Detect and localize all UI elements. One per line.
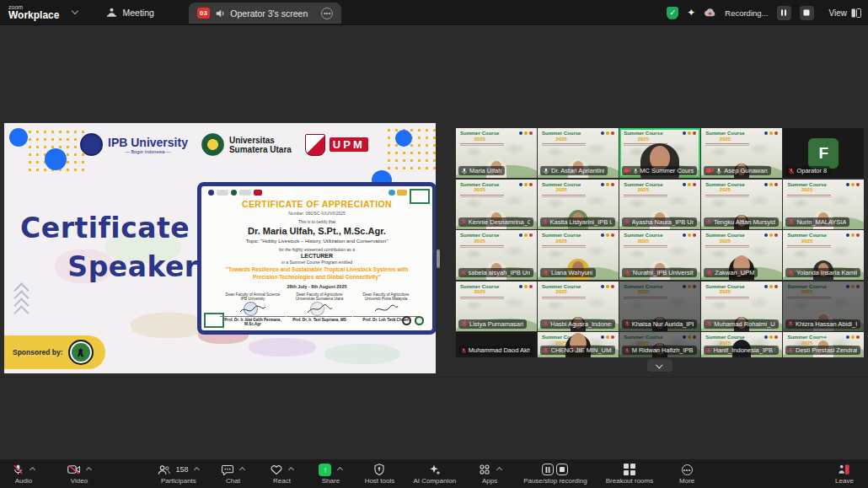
participant-name: Zakwan_UPM [715, 269, 754, 276]
panel-divider-handle[interactable] [437, 249, 440, 268]
participant-tile[interactable]: Summer Course 2025 Tengku Alfian Mursyid… [701, 180, 782, 229]
participant-tile[interactable]: Summer Course 2025 MC Summer Course ... [619, 128, 700, 178]
participant-name: Listya Purnamasari [469, 320, 523, 328]
participants-count: 158 [175, 465, 188, 474]
chat-button[interactable]: Chat [217, 459, 248, 488]
participant-name-label: Desti Prestasi Zendrato_... [785, 346, 860, 355]
participant-name-label: sabela aisyah_IPB Unive... [458, 268, 533, 277]
video-options-chevron[interactable] [86, 466, 92, 472]
meeting-icon [106, 7, 117, 18]
apps-button[interactable]: Apps [474, 459, 505, 488]
mic-muted-icon [13, 464, 24, 475]
chevron-decoration [16, 285, 27, 315]
participant-tile[interactable]: Summer Course 2025 Listya Purnamasari [456, 282, 537, 331]
share-options-chevron[interactable] [337, 466, 343, 472]
security-shield-icon[interactable]: ✓ [667, 7, 678, 19]
participant-recording-icon [706, 168, 714, 174]
chat-options-chevron[interactable] [239, 466, 245, 472]
participant-name: Hanif_Indonesia_IPB Univ... [714, 346, 775, 354]
title-bar: zoom Workplace Meeting 03 Operator 3's s… [0, 0, 868, 25]
participant-name-label: Yolanda Insaria Kamila [785, 268, 860, 277]
participant-tile[interactable]: Summer Course 2025 Zakwan_UPM [701, 230, 782, 280]
participant-name-label: Muhammad Daod Akhta... [458, 346, 533, 355]
virtual-background-title: Summer Course 2025 [460, 284, 499, 296]
next-page-chevron-button[interactable] [647, 359, 672, 372]
titlebar-right: ✓ ✦ Recording... View [667, 0, 861, 25]
tab-meeting[interactable]: Meeting [106, 7, 153, 18]
participant-tile[interactable]: Summer Course 2025 Maria Ulfah [456, 128, 537, 178]
participant-name: Kennie Desnamrina_Co... [469, 218, 530, 226]
tab-options-icon[interactable]: ••• [321, 8, 333, 19]
recording-status-label: Recording... [725, 8, 768, 18]
react-options-chevron[interactable] [288, 466, 294, 472]
mic-muted-icon [543, 320, 549, 327]
screen-tab-label: Operator 3's screen [230, 8, 308, 19]
participant-tile[interactable]: Summer Course 2025 Hasbi Agusra_Indonesi… [538, 282, 619, 331]
participants-options-chevron[interactable] [194, 466, 200, 472]
participant-recording-icon [624, 168, 630, 174]
upm-logo [305, 134, 325, 156]
participant-tile[interactable]: F Oparator 8 [783, 128, 864, 178]
apps-options-chevron[interactable] [496, 466, 502, 472]
video-button[interactable]: Video [64, 459, 94, 488]
circle-decoration [9, 128, 28, 147]
workspace-chevron-icon[interactable] [72, 8, 78, 14]
participant-tile[interactable]: Muhammad Daod Akhta... [456, 332, 537, 357]
heart-icon [271, 464, 282, 475]
tab-operator-screen[interactable]: 03 Operator 3's screen ••• [189, 3, 341, 24]
participant-name: Kasita Listyarini_IPB Univ... [549, 218, 611, 226]
toolbar-left: Audio Video [8, 459, 94, 488]
stop-recording-button[interactable] [800, 6, 814, 20]
participant-tile[interactable]: Summer Course 2025 M Ridwan Hafizh_IPB U… [619, 332, 700, 357]
participant-tile[interactable]: Summer Course 2025 Desti Prestasi Zendra… [783, 332, 864, 357]
participant-tile[interactable]: Summer Course 2025 Nurafni_IPB Universit… [619, 230, 700, 280]
share-button[interactable]: ↑ Share [315, 459, 346, 488]
participant-tile[interactable]: Summer Course 2025 Yolanda Insaria Kamil… [783, 230, 864, 280]
shared-screen-slide: IPB University — Bogor Indonesia — Unive… [4, 123, 436, 373]
ai-sparkle-icon[interactable]: ✦ [687, 7, 695, 19]
participant-name: CHENG JIE MIN_UMK [551, 346, 612, 354]
view-button[interactable]: View [829, 8, 862, 18]
pause-icon[interactable] [542, 464, 554, 475]
signatory: Dean Faculty of Animal ScienceIPB Univer… [220, 292, 286, 326]
leave-button[interactable]: Leave [829, 459, 860, 488]
mic-muted-icon [543, 347, 549, 354]
participant-tile[interactable]: Summer Course 2025 Asep Gunawan [701, 128, 782, 178]
participant-name: M Ridwan Hafizh_IPB Un... [632, 346, 694, 354]
audio-button[interactable]: Audio [8, 459, 39, 488]
participant-grid: Summer Course 2025 Maria Ulfah Summer Co… [456, 128, 864, 357]
participant-tile[interactable]: Summer Course 2025 Nurin_MALAYSIA [783, 180, 864, 229]
react-button[interactable]: React [266, 459, 297, 488]
participant-tile[interactable]: Summer Course 2025 Dr. Astari Apriantini [538, 128, 619, 178]
participant-tile[interactable]: Summer Course 2025 Khizra Hassan Abidi_U… [783, 282, 864, 331]
participant-name-label: Nurafni_IPB University [622, 268, 697, 277]
participant-tile[interactable]: Summer Course 2025 Khaisa Nur Aurida_IPB… [619, 282, 700, 331]
mic-muted-icon [788, 347, 794, 354]
participants-icon [158, 464, 170, 475]
breakout-rooms-button[interactable]: Breakout rooms [606, 459, 653, 488]
participant-tile[interactable]: Summer Course 2025 Ayasha Naura_IPB Univ… [619, 180, 700, 229]
ai-companion-button[interactable]: AI Companion [413, 459, 456, 488]
virtual-background-logos [601, 285, 614, 288]
participant-tile[interactable]: Summer Course 2025 Kennie Desnamrina_Co.… [456, 180, 537, 229]
ipb-logo [80, 133, 103, 156]
participant-name: Khaisa Nur Aurida_IPB U... [632, 320, 694, 328]
virtual-background-title: Summer Course 2025 [624, 131, 662, 142]
host-tools-button[interactable]: Host tools [364, 459, 394, 488]
audio-options-chevron[interactable] [29, 466, 35, 472]
pause-recording-button[interactable] [777, 6, 791, 20]
more-button[interactable]: ••• More [672, 459, 702, 488]
pause-stop-recording-button[interactable]: Pause/stop recording [523, 459, 587, 488]
participant-name-label: Maria Ulfah [458, 166, 505, 175]
mic-muted-icon [624, 320, 630, 327]
participant-tile[interactable]: Summer Course 2025 Liana Wahyuni [538, 230, 619, 280]
participant-tile[interactable]: Summer Course 2025 Muhamad Rohaimi_UMK [701, 282, 782, 331]
virtual-background-title: Summer Course 2025 [787, 182, 826, 194]
participant-tile[interactable]: Summer Course 2025 Hanif_Indonesia_IPB U… [701, 332, 782, 357]
participant-tile[interactable]: Summer Course 2025 Kasita Listyarini_IPB… [538, 180, 619, 229]
participant-tile[interactable]: Summer Course 2025 sabela aisyah_IPB Uni… [456, 230, 537, 280]
stop-icon[interactable] [556, 464, 568, 475]
participants-button[interactable]: 158 Participants [158, 459, 199, 488]
circle-decoration [395, 130, 412, 147]
participant-tile[interactable]: Summer Course 2025 CHENG JIE MIN_UMK [538, 332, 619, 357]
